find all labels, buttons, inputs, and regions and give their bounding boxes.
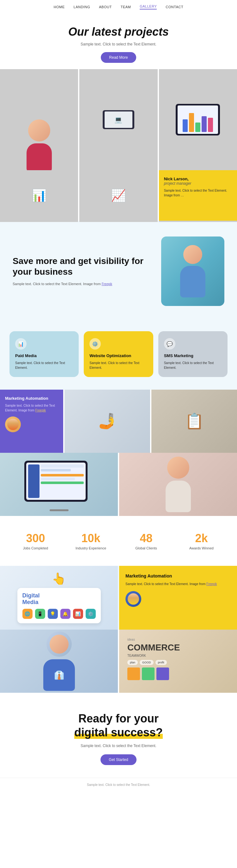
nick-name: Nick Larson, [164,177,232,181]
service-cards: 📊 Paid Media Sample text. Click to selec… [0,322,237,390]
nick-title: project manager [164,181,232,186]
visibility-link[interactable]: Freepik [102,282,112,286]
gallery-grid-2: 📊 📈 Nick Larson, project manager Sample … [0,170,237,221]
stat-experience-number: 10k [65,532,117,545]
stat-experience-label: Industry Experience [65,546,117,550]
visibility-image [161,237,225,306]
marketing-card-link[interactable]: Freepik [35,409,46,412]
dm-icon-1: 🌐 [23,609,33,619]
gallery-grid-3 [0,453,237,516]
stat-awards-number: 2k [175,532,228,545]
marketing-card-title: Marketing Automation [5,396,58,401]
nav-about[interactable]: ABOUT [99,5,112,9]
marketing-image-1: 🤳 [64,390,150,453]
nav-home[interactable]: HOME [54,5,65,9]
service-card-paid-media-title: Paid Media [15,353,73,358]
marketing-section: Marketing Automation Sample text. Click … [0,390,237,453]
dm-icon-5: 📊 [73,609,83,619]
dm-icon-4: 🔔 [60,609,70,619]
hero-title: Our latest projects [25,25,212,38]
stat-awards: 2k Awards Winned [175,532,228,550]
service-card-sms-marketing: 💬 SMS Marketing Sample text. Click to se… [158,331,228,377]
nick-body: Sample text. Click to select the Text El… [164,188,232,198]
stat-clients-label: Global Clients [120,546,172,550]
commerce-tags: plan GOOD profit [127,660,229,665]
digital-media-section: 👆 Digital Media 🌐 📱 💡 🔔 📊 ⚙️ Marketing A… [0,566,237,630]
digital-text-title: Marketing Automation [125,574,231,579]
gallery-image-analytics: 📈 [79,170,157,221]
service-card-website-body: Sample text. Click to select the Text El… [89,361,147,370]
service-card-website-optimization: ⚙️ Website Optimization Sample text. Cli… [84,331,153,377]
gallery-grid-1: 💻 📱 📔 [0,69,237,170]
sms-marketing-icon: 💬 [164,338,175,349]
dm-icon-2: 📱 [35,609,45,619]
gallery-image-laptop-screen [0,453,118,516]
website-optimization-icon: ⚙️ [89,338,101,349]
service-card-paid-media: 📊 Paid Media Sample text. Click to selec… [9,331,79,377]
digital-avatar [125,591,141,607]
navigation: HOME LANDING ABOUT TEAM GALLERY CONTACT [0,0,237,12]
read-more-button[interactable]: Read More [101,52,136,63]
stats-section: 300 Jobs Completed 10k Industry Experien… [0,516,237,566]
service-card-website-title: Website Optimization [89,353,147,358]
tag-good: GOOD [140,660,154,665]
marketing-card: Marketing Automation Sample text. Click … [0,390,63,453]
ready-heading: Ready for your digital success? [25,712,212,739]
commerce-text: COMMERCE [127,643,229,653]
stat-clients: 48 Global Clients [120,532,172,550]
digital-text-link[interactable]: Freepik [206,582,217,586]
visibility-text: Save more and get visibility for your bu… [12,256,149,287]
gallery-image-laptop-coffee: 💻 [79,69,157,170]
nav-contact[interactable]: CONTACT [166,5,183,9]
stat-jobs: 300 Jobs Completed [9,532,62,550]
nav-landing[interactable]: LANDING [73,5,90,9]
tag-profit: profit [155,660,167,665]
digital-card-title1: Digital [23,592,40,599]
paid-media-icon: 📊 [15,338,27,349]
hero-section: Our latest projects Sample text. Click t… [0,12,237,69]
tag-plan: plan [127,660,138,665]
get-started-button[interactable]: Get Started [100,754,136,765]
nav-team[interactable]: TEAM [121,5,131,9]
dm-icon-3: 💡 [48,609,58,619]
ready-subtitle: Sample text. Click to select the Text El… [25,744,212,748]
service-card-paid-media-body: Sample text. Click to select the Text El… [15,361,73,370]
digital-media-image: 👆 Digital Media 🌐 📱 💡 🔔 📊 ⚙️ [0,566,118,630]
gallery-image-commerce: ideas COMMERCE TEAMWORK plan GOOD profit [119,630,237,693]
nav-gallery[interactable]: GALLERY [140,4,157,9]
digital-text-box: Marketing Automation Sample text. Click … [119,566,237,630]
marketing-avatar [5,416,21,432]
gallery-image-mobile-chart: 📊 [0,170,78,221]
digital-card-title2: Media [23,599,38,605]
gallery-image-woman-braid [119,453,237,516]
stat-experience: 10k Industry Experience [65,532,117,550]
visibility-body: Sample text. Click to select the Text El… [12,281,149,287]
gallery-image-chart-laptop [159,69,237,170]
hero-subtitle: Sample text. Click to select the Text El… [25,42,212,46]
gallery-grid-4: 👔 ideas COMMERCE TEAMWORK plan GOOD prof… [0,630,237,693]
stat-clients-number: 48 [120,532,172,545]
digital-text-body: Sample text. Click to select the Text El… [125,582,231,587]
footer: Sample text. Click to select the Text El… [0,778,237,792]
service-card-sms-body: Sample text. Click to select the Text El… [164,361,222,370]
stat-awards-label: Awards Winned [175,546,228,550]
stat-jobs-number: 300 [9,532,62,545]
visibility-heading: Save more and get visibility for your bu… [12,256,149,277]
nick-card: Nick Larson, project manager Sample text… [159,170,237,221]
gallery-image-man-blue: 👔 [0,630,118,693]
service-card-sms-title: SMS Marketing [164,353,222,358]
dm-icon-6: ⚙️ [86,609,96,619]
marketing-card-body: Sample text. Click to select the Text El… [5,403,58,413]
marketing-image-2: 📋 [151,390,237,453]
ready-section: Ready for your digital success? Sample t… [0,693,237,777]
stat-jobs-label: Jobs Completed [9,546,62,550]
visibility-section: Save more and get visibility for your bu… [0,221,237,322]
footer-text: Sample text. Click to select the Text El… [5,783,232,786]
